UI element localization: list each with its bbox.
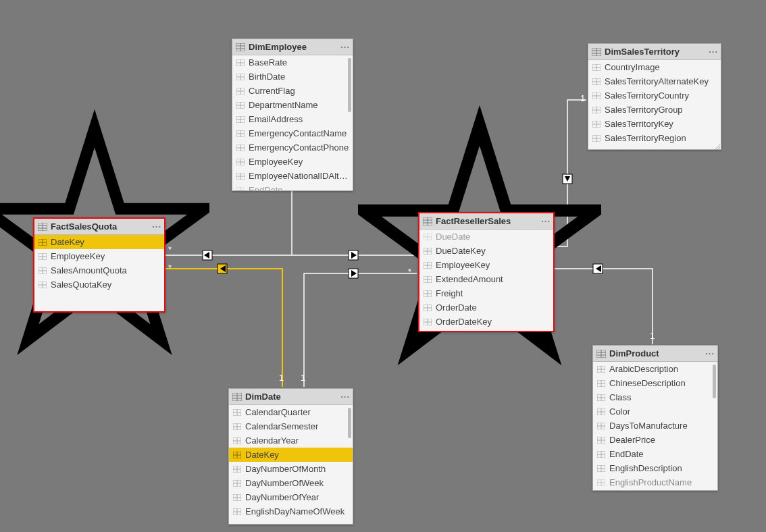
field-row[interactable]: SalesAmountQuota — [34, 263, 164, 277]
field-label: SalesQuotaKey — [51, 280, 111, 290]
model-canvas[interactable]: { "tables": { "dimEmployee": { "title": … — [0, 0, 766, 532]
field-row[interactable]: DateKey — [229, 448, 353, 462]
table-header[interactable]: FactSalesQuota ··· — [34, 219, 164, 235]
field-row[interactable]: OrderDate — [419, 300, 553, 315]
table-title: FactSalesQuota — [51, 221, 148, 232]
field-row[interactable]: EndDate — [232, 183, 353, 190]
field-row[interactable]: CountryImage — [588, 60, 721, 74]
cardinality-many: * — [168, 263, 172, 273]
scrollbar[interactable] — [348, 408, 351, 438]
resize-grip-icon[interactable] — [713, 142, 720, 149]
table-menu-icon[interactable]: ··· — [336, 392, 350, 402]
field-row[interactable]: EmployeeKey — [419, 258, 553, 272]
field-row[interactable]: EmergencyContactPhone — [232, 140, 353, 155]
field-icon — [235, 86, 246, 97]
cardinality-one: 1 — [650, 331, 655, 341]
field-label: SalesTerritoryAlternateKey — [605, 76, 709, 86]
field-row[interactable]: EnglishDescription — [593, 461, 717, 475]
field-row[interactable]: EnglishProductName — [593, 475, 717, 489]
cardinality-many: * — [408, 267, 411, 277]
field-label: EnglishProductName — [609, 477, 692, 487]
field-row[interactable]: SalesTerritoryRegion — [588, 131, 721, 145]
table-icon — [422, 216, 433, 227]
table-menu-icon[interactable]: ··· — [537, 216, 551, 226]
field-row[interactable]: Class — [593, 390, 717, 404]
field-icon — [422, 232, 433, 242]
svg-rect-10 — [218, 264, 227, 273]
field-label: EmergencyContactName — [249, 128, 347, 138]
scrollbar[interactable] — [713, 365, 716, 398]
table-header[interactable]: FactResellerSales ··· — [419, 213, 553, 230]
field-icon — [232, 478, 242, 489]
field-row[interactable]: EmailAddress — [232, 112, 353, 126]
table-header[interactable]: DimDate ··· — [229, 389, 353, 405]
field-row[interactable]: DueDateKey — [419, 244, 553, 258]
field-row[interactable]: SalesTerritoryKey — [588, 117, 721, 131]
field-row[interactable]: DepartmentName — [232, 98, 353, 112]
table-dimproduct[interactable]: DimProduct ··· ArabicDescription Chinese… — [592, 345, 718, 491]
cardinality-one: 1 — [279, 373, 284, 383]
field-icon — [37, 265, 48, 276]
field-row[interactable]: ExtendedAmount — [419, 272, 553, 286]
field-icon — [591, 62, 602, 73]
table-menu-icon[interactable]: ··· — [705, 47, 718, 57]
field-row[interactable]: EmployeeNationalIDAlter... — [232, 169, 353, 183]
field-row[interactable]: DayNumberOfWeek — [229, 476, 353, 490]
field-row[interactable]: DayNumberOfMonth — [229, 462, 353, 476]
field-label: EmployeeKey — [436, 260, 490, 270]
field-row[interactable]: CalendarQuarter — [229, 405, 353, 419]
field-icon — [422, 317, 433, 327]
field-row[interactable]: ArabicDescription — [593, 362, 717, 376]
table-menu-icon[interactable]: ··· — [336, 42, 350, 52]
field-row[interactable]: EmployeeKey — [232, 155, 353, 169]
svg-marker-7 — [565, 176, 570, 182]
field-row[interactable]: EmergencyContactName — [232, 126, 353, 140]
table-menu-icon[interactable]: ··· — [701, 348, 715, 358]
field-icon — [235, 100, 246, 111]
field-row[interactable]: SalesQuotaKey — [34, 277, 164, 292]
field-row[interactable]: DayNumberOfYear — [229, 490, 353, 504]
field-row[interactable]: DaysToManufacture — [593, 419, 717, 433]
field-label: DateKey — [51, 237, 84, 247]
field-icon — [235, 114, 246, 125]
table-dimsalesterritory[interactable]: DimSalesTerritory ··· CountryImage Sales… — [588, 43, 721, 150]
field-row[interactable]: EnglishDayNameOfWeek — [229, 504, 353, 518]
field-label: SalesTerritoryCountry — [605, 90, 689, 101]
field-row[interactable]: Freight — [419, 286, 553, 300]
field-label: DaysToManufacture — [609, 421, 688, 431]
field-row[interactable]: DealerPrice — [593, 433, 717, 447]
field-row[interactable]: EmployeeKey — [34, 249, 164, 263]
field-row[interactable]: EndDate — [593, 447, 717, 461]
field-row[interactable]: CurrentFlag — [232, 84, 353, 98]
field-icon — [235, 185, 246, 191]
field-label: EmployeeKey — [249, 157, 303, 167]
field-row[interactable]: SalesTerritoryCountry — [588, 88, 721, 103]
field-row[interactable]: BaseRate — [232, 55, 353, 70]
svg-rect-0 — [203, 250, 212, 260]
field-label: Class — [609, 392, 632, 402]
field-row[interactable]: SalesTerritoryGroup — [588, 103, 721, 117]
table-icon — [37, 221, 48, 232]
field-row[interactable]: BirthDate — [232, 70, 353, 84]
table-header[interactable]: DimSalesTerritory ··· — [588, 44, 721, 60]
table-factsalesquota[interactable]: FactSalesQuota ··· DateKey EmployeeKey S… — [33, 217, 165, 313]
table-icon — [232, 392, 242, 402]
field-icon — [422, 302, 433, 313]
scrollbar[interactable] — [348, 58, 351, 112]
field-row[interactable]: ChineseDescription — [593, 376, 717, 390]
table-menu-icon[interactable]: ··· — [148, 221, 161, 232]
table-dimdate[interactable]: DimDate ··· CalendarQuarter CalendarSeme… — [228, 388, 353, 525]
field-row[interactable]: DateKey — [34, 235, 164, 249]
field-row[interactable]: CalendarYear — [229, 433, 353, 448]
field-row[interactable]: Color — [593, 404, 717, 419]
field-icon — [422, 246, 433, 257]
table-factresellersales[interactable]: FactResellerSales ··· DueDate DueDateKey… — [418, 212, 555, 332]
table-header[interactable]: DimEmployee ··· — [232, 39, 353, 55]
svg-line-71 — [717, 147, 720, 150]
field-row[interactable]: OrderDateKey — [419, 315, 553, 329]
field-row[interactable]: SalesTerritoryAlternateKey — [588, 74, 721, 88]
field-row[interactable]: DueDate — [419, 230, 553, 244]
field-row[interactable]: CalendarSemester — [229, 419, 353, 433]
table-dimemployee[interactable]: DimEmployee ··· BaseRate BirthDate Curre… — [232, 38, 353, 191]
table-header[interactable]: DimProduct ··· — [593, 346, 717, 362]
